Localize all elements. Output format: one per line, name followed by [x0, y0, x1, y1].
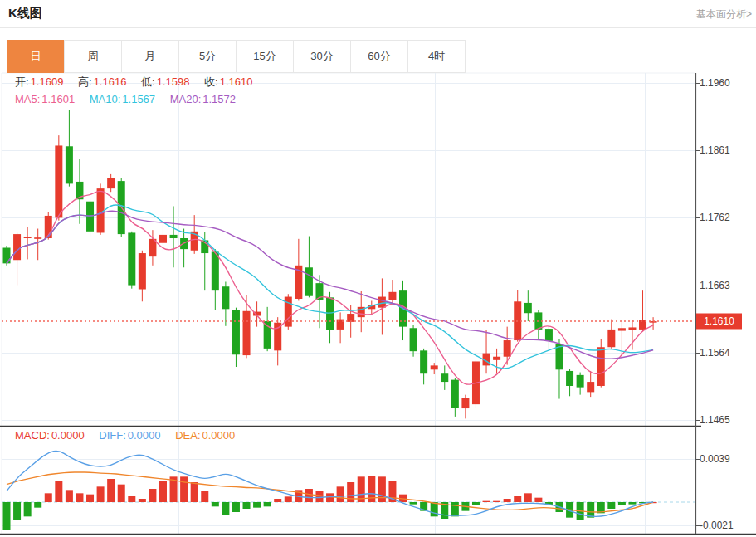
page-title: K线图: [8, 6, 42, 22]
macd-bar: [264, 502, 271, 506]
legend-diff: DIFF:0.0000: [99, 429, 160, 442]
candle: [420, 350, 427, 373]
macd-bar: [514, 496, 521, 502]
legend-close: 收:1.1610: [204, 76, 252, 88]
macd-bar: [274, 499, 281, 502]
candle: [149, 239, 156, 256]
candle: [128, 232, 135, 285]
candle: [295, 266, 302, 299]
candle: [107, 178, 115, 188]
candle: [139, 253, 146, 289]
macd-bar: [212, 502, 219, 506]
macd-legend: MACD:0.0000 DIFF:0.0000 DEA:0.0000: [15, 429, 246, 442]
macd-bar: [639, 502, 646, 503]
macd-bar: [45, 493, 52, 502]
macd-bar: [76, 493, 83, 502]
tab-period-5[interactable]: 30分: [293, 40, 351, 73]
price-axis-label: 1.1564: [700, 347, 730, 359]
legend-ma20: MA20:1.1572: [170, 93, 236, 105]
candle: [514, 301, 521, 340]
candle: [243, 311, 251, 355]
macd-bar: [347, 482, 354, 502]
candle: [566, 371, 573, 386]
candle: [201, 240, 208, 253]
candle: [461, 398, 469, 408]
macd-bar: [524, 493, 532, 502]
macd-bar: [545, 502, 553, 505]
candle: [159, 235, 167, 243]
macd-bar: [253, 502, 261, 508]
candle: [493, 357, 500, 360]
macd-bar: [3, 502, 11, 530]
macd-bar: [399, 495, 407, 502]
tab-period-2[interactable]: 月: [121, 40, 179, 73]
macd-axis-label: 0.0039: [700, 453, 730, 465]
macd-bar: [191, 482, 198, 502]
price-axis-label: 1.1663: [700, 280, 730, 291]
candle: [410, 328, 417, 351]
macd-bar: [388, 481, 396, 502]
candle: [504, 340, 511, 357]
macd-bar: [170, 476, 178, 502]
tab-period-6[interactable]: 60分: [350, 40, 408, 73]
macd-bar: [180, 476, 188, 502]
macd-bar: [410, 502, 417, 505]
macd-bar: [650, 502, 657, 503]
tab-period-1[interactable]: 周: [64, 40, 122, 73]
legend-low: 低:1.1598: [141, 76, 189, 88]
macd-bar: [201, 491, 208, 502]
candle: [191, 232, 198, 251]
macd-bar: [358, 476, 365, 502]
candle: [431, 365, 438, 369]
fundamental-analysis-link[interactable]: 基本面分析>: [696, 7, 752, 22]
macd-bar: [118, 485, 125, 502]
candle: [451, 380, 459, 408]
candle: [650, 321, 657, 323]
candle: [315, 283, 323, 300]
candle: [597, 347, 605, 386]
candle: [472, 361, 480, 404]
candle: [326, 297, 334, 330]
macd-bar: [607, 502, 615, 509]
candle: [534, 312, 542, 330]
legend-macd: MACD:0.0000: [15, 429, 85, 442]
macd-bar: [577, 502, 584, 520]
legend-dea: DEA:0.0000: [175, 429, 235, 442]
macd-bar: [326, 493, 334, 502]
period-tabs: 日周月5分15分30分60分4时: [7, 40, 466, 73]
tab-period-4[interactable]: 15分: [236, 40, 294, 73]
ma5-line: [7, 191, 653, 384]
tab-period-7[interactable]: 4时: [407, 40, 466, 73]
macd-bar: [483, 501, 490, 502]
candle: [97, 188, 105, 232]
candle: [180, 238, 188, 249]
ma-legend: MA5:1.1601 MA10:1.1567 MA20:1.1572: [15, 93, 247, 105]
macd-bar: [628, 502, 636, 505]
ohlc-legend: 开:1.1609 高:1.1616 低:1.1598 收:1.1610: [15, 75, 264, 90]
macd-bar: [243, 502, 251, 509]
macd-bar: [431, 502, 438, 516]
macd-bar: [128, 496, 135, 502]
candle: [66, 146, 73, 183]
candle: [3, 247, 11, 263]
ma20-line: [7, 211, 653, 359]
candle: [441, 373, 448, 382]
macd-bar: [441, 502, 448, 519]
candle: [545, 329, 553, 341]
legend-ma5: MA5:1.1601: [15, 93, 75, 105]
macd-axis-label: -0.0021: [700, 520, 734, 531]
candle: [347, 314, 354, 322]
macd-bar: [139, 499, 146, 502]
tab-period-3[interactable]: 5分: [178, 40, 237, 73]
macd-bar: [149, 489, 156, 502]
macd-bar: [378, 476, 386, 502]
macd-bar: [337, 486, 344, 502]
candle: [628, 327, 636, 330]
candle: [388, 292, 396, 300]
candle: [232, 310, 240, 354]
candle: [76, 182, 83, 199]
price-axis-label: 1.1960: [700, 77, 730, 89]
tab-period-0[interactable]: 日: [7, 40, 65, 73]
candle: [253, 312, 261, 316]
candle: [483, 354, 490, 366]
